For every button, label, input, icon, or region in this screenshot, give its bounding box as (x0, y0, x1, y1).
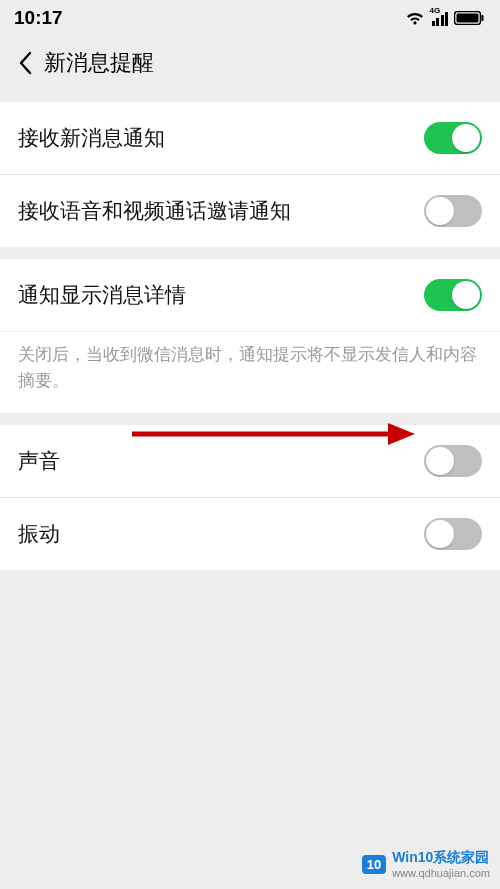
row-sound[interactable]: 声音 (0, 425, 500, 497)
back-button[interactable] (8, 46, 42, 80)
row-label: 振动 (18, 520, 60, 548)
status-bar: 10:17 4G (0, 0, 500, 36)
row-label: 接收语音和视频通话邀请通知 (18, 197, 291, 225)
toggle-receive-new-messages[interactable] (424, 122, 482, 154)
cellular-icon: 4G (432, 10, 449, 26)
settings-group-notifications: 接收新消息通知 接收语音和视频通话邀请通知 (0, 102, 500, 247)
watermark-title: Win10系统家园 (392, 849, 489, 865)
battery-icon (454, 11, 484, 25)
row-label: 声音 (18, 447, 60, 475)
watermark-badge: 10 (362, 855, 386, 874)
row-label: 通知显示消息详情 (18, 281, 186, 309)
status-time: 10:17 (14, 7, 63, 29)
row-receive-av-invite[interactable]: 接收语音和视频通话邀请通知 (0, 174, 500, 247)
wifi-icon (404, 10, 426, 26)
toggle-show-detail[interactable] (424, 279, 482, 311)
chevron-left-icon (18, 51, 32, 75)
row-vibrate[interactable]: 振动 (0, 497, 500, 570)
page-title: 新消息提醒 (44, 48, 154, 78)
svg-rect-2 (482, 15, 484, 21)
toggle-sound[interactable] (424, 445, 482, 477)
row-show-detail[interactable]: 通知显示消息详情 (0, 259, 500, 331)
watermark: 10 Win10系统家园 www.qdhuajian.com (362, 849, 490, 879)
settings-group-alerts: 声音 振动 (0, 425, 500, 570)
watermark-url: www.qdhuajian.com (392, 867, 490, 879)
row-receive-new-messages[interactable]: 接收新消息通知 (0, 102, 500, 174)
toggle-receive-av-invite[interactable] (424, 195, 482, 227)
nav-header: 新消息提醒 (0, 36, 500, 90)
settings-group-detail: 通知显示消息详情 关闭后，当收到微信消息时，通知提示将不显示发信人和内容摘要。 (0, 259, 500, 413)
hint-show-detail: 关闭后，当收到微信消息时，通知提示将不显示发信人和内容摘要。 (0, 331, 500, 413)
row-label: 接收新消息通知 (18, 124, 165, 152)
toggle-vibrate[interactable] (424, 518, 482, 550)
status-indicators: 4G (404, 10, 485, 26)
svg-rect-1 (457, 14, 479, 23)
